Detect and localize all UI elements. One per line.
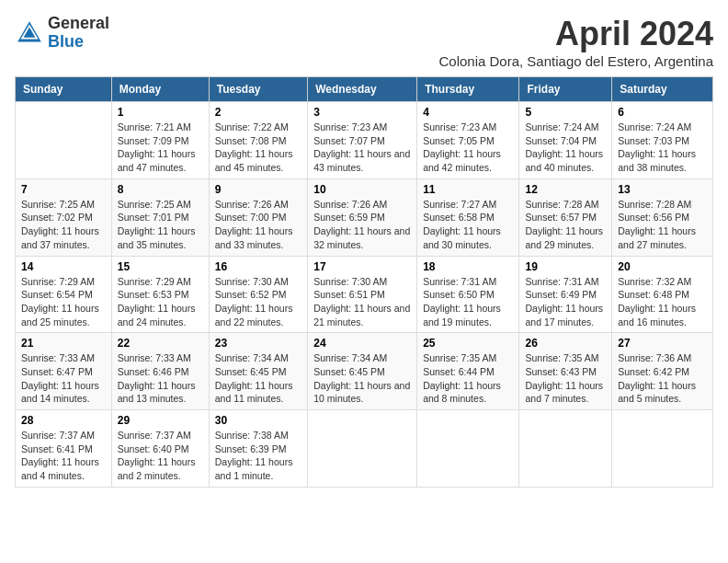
day-number: 19 — [525, 260, 606, 273]
day-number: 7 — [21, 183, 106, 196]
header-cell-sunday: Sunday — [16, 77, 112, 102]
day-info: Sunrise: 7:32 AMSunset: 6:48 PMDaylight:… — [618, 275, 707, 329]
header-cell-monday: Monday — [111, 77, 209, 102]
day-number: 3 — [313, 106, 411, 119]
day-info: Sunrise: 7:21 AMSunset: 7:09 PMDaylight:… — [118, 121, 203, 175]
day-number: 21 — [21, 337, 106, 350]
day-number: 1 — [118, 106, 203, 119]
week-row-3: 14Sunrise: 7:29 AMSunset: 6:54 PMDayligh… — [16, 256, 713, 333]
day-info: Sunrise: 7:33 AMSunset: 6:47 PMDaylight:… — [21, 351, 106, 406]
day-number: 4 — [423, 106, 513, 119]
day-info: Sunrise: 7:25 AMSunset: 7:02 PMDaylight:… — [21, 198, 106, 252]
day-info: Sunrise: 7:35 AMSunset: 6:43 PMDaylight:… — [525, 351, 606, 406]
day-cell: 6Sunrise: 7:24 AMSunset: 7:03 PMDaylight… — [612, 102, 713, 179]
day-cell: 29Sunrise: 7:37 AMSunset: 6:40 PMDayligh… — [111, 410, 209, 488]
day-info: Sunrise: 7:24 AMSunset: 7:03 PMDaylight:… — [618, 121, 707, 175]
day-info: Sunrise: 7:38 AMSunset: 6:39 PMDaylight:… — [215, 429, 301, 483]
day-info: Sunrise: 7:30 AMSunset: 6:51 PMDaylight:… — [313, 275, 411, 329]
day-info: Sunrise: 7:24 AMSunset: 7:04 PMDaylight:… — [525, 121, 606, 175]
day-number: 2 — [215, 106, 301, 119]
day-cell — [16, 102, 112, 179]
day-cell: 16Sunrise: 7:30 AMSunset: 6:52 PMDayligh… — [209, 256, 307, 333]
week-row-5: 28Sunrise: 7:37 AMSunset: 6:41 PMDayligh… — [16, 410, 713, 488]
day-number: 29 — [118, 414, 203, 427]
day-number: 11 — [423, 183, 513, 196]
day-info: Sunrise: 7:36 AMSunset: 6:42 PMDaylight:… — [618, 351, 707, 406]
day-cell: 4Sunrise: 7:23 AMSunset: 7:05 PMDaylight… — [417, 102, 519, 179]
day-info: Sunrise: 7:37 AMSunset: 6:41 PMDaylight:… — [21, 429, 106, 483]
week-row-1: 1Sunrise: 7:21 AMSunset: 7:09 PMDaylight… — [16, 102, 713, 179]
logo-general-text: General — [48, 15, 109, 33]
day-number: 18 — [423, 260, 513, 273]
day-number: 10 — [313, 183, 411, 196]
day-cell: 28Sunrise: 7:37 AMSunset: 6:41 PMDayligh… — [16, 410, 112, 488]
page-header: General Blue April 2024 Colonia Dora, Sa… — [15, 15, 713, 69]
day-number: 30 — [215, 414, 301, 427]
logo-icon — [15, 18, 44, 48]
day-info: Sunrise: 7:23 AMSunset: 7:05 PMDaylight:… — [423, 121, 513, 175]
day-cell: 14Sunrise: 7:29 AMSunset: 6:54 PMDayligh… — [16, 256, 112, 333]
day-cell: 22Sunrise: 7:33 AMSunset: 6:46 PMDayligh… — [111, 333, 209, 410]
day-number: 16 — [215, 260, 301, 273]
day-cell: 21Sunrise: 7:33 AMSunset: 6:47 PMDayligh… — [16, 333, 112, 410]
header-cell-wednesday: Wednesday — [308, 77, 417, 102]
day-info: Sunrise: 7:25 AMSunset: 7:01 PMDaylight:… — [118, 198, 203, 252]
day-cell: 24Sunrise: 7:34 AMSunset: 6:45 PMDayligh… — [308, 333, 417, 410]
header-cell-saturday: Saturday — [612, 77, 713, 102]
day-info: Sunrise: 7:37 AMSunset: 6:40 PMDaylight:… — [118, 429, 203, 483]
day-cell: 26Sunrise: 7:35 AMSunset: 6:43 PMDayligh… — [519, 333, 612, 410]
day-info: Sunrise: 7:29 AMSunset: 6:53 PMDaylight:… — [118, 275, 203, 329]
day-info: Sunrise: 7:30 AMSunset: 6:52 PMDaylight:… — [215, 275, 301, 329]
day-number: 8 — [118, 183, 203, 196]
day-info: Sunrise: 7:28 AMSunset: 6:56 PMDaylight:… — [618, 198, 707, 252]
day-number: 23 — [215, 337, 301, 350]
calendar-body: 1Sunrise: 7:21 AMSunset: 7:09 PMDaylight… — [16, 102, 713, 488]
day-cell: 25Sunrise: 7:35 AMSunset: 6:44 PMDayligh… — [417, 333, 519, 410]
day-cell: 17Sunrise: 7:30 AMSunset: 6:51 PMDayligh… — [308, 256, 417, 333]
day-info: Sunrise: 7:34 AMSunset: 6:45 PMDaylight:… — [215, 351, 301, 406]
day-info: Sunrise: 7:34 AMSunset: 6:45 PMDaylight:… — [313, 351, 411, 406]
month-title: April 2024 — [438, 15, 713, 53]
day-number: 27 — [618, 337, 707, 350]
day-info: Sunrise: 7:35 AMSunset: 6:44 PMDaylight:… — [423, 351, 513, 406]
day-info: Sunrise: 7:29 AMSunset: 6:54 PMDaylight:… — [21, 275, 106, 329]
day-number: 25 — [423, 337, 513, 350]
day-info: Sunrise: 7:28 AMSunset: 6:57 PMDaylight:… — [525, 198, 606, 252]
day-number: 28 — [21, 414, 106, 427]
day-cell: 23Sunrise: 7:34 AMSunset: 6:45 PMDayligh… — [209, 333, 307, 410]
calendar-table: SundayMondayTuesdayWednesdayThursdayFrid… — [15, 76, 713, 488]
day-cell — [519, 410, 612, 488]
header-cell-thursday: Thursday — [417, 77, 519, 102]
day-info: Sunrise: 7:31 AMSunset: 6:50 PMDaylight:… — [423, 275, 513, 329]
day-number: 5 — [525, 106, 606, 119]
day-info: Sunrise: 7:33 AMSunset: 6:46 PMDaylight:… — [118, 351, 203, 406]
header-cell-friday: Friday — [519, 77, 612, 102]
day-number: 17 — [313, 260, 411, 273]
day-number: 20 — [618, 260, 707, 273]
day-number: 9 — [215, 183, 301, 196]
day-number: 24 — [313, 337, 411, 350]
day-cell: 11Sunrise: 7:27 AMSunset: 6:58 PMDayligh… — [417, 178, 519, 256]
day-cell — [308, 410, 417, 488]
header-cell-tuesday: Tuesday — [209, 77, 307, 102]
day-cell: 13Sunrise: 7:28 AMSunset: 6:56 PMDayligh… — [612, 178, 713, 256]
logo: General Blue — [15, 15, 109, 52]
logo-blue-text: Blue — [48, 33, 109, 52]
day-number: 22 — [118, 337, 203, 350]
header-row: SundayMondayTuesdayWednesdayThursdayFrid… — [16, 77, 713, 102]
day-cell: 2Sunrise: 7:22 AMSunset: 7:08 PMDaylight… — [209, 102, 307, 179]
day-cell: 3Sunrise: 7:23 AMSunset: 7:07 PMDaylight… — [308, 102, 417, 179]
day-cell: 12Sunrise: 7:28 AMSunset: 6:57 PMDayligh… — [519, 178, 612, 256]
day-cell: 9Sunrise: 7:26 AMSunset: 7:00 PMDaylight… — [209, 178, 307, 256]
location-subtitle: Colonia Dora, Santiago del Estero, Argen… — [438, 53, 713, 69]
title-block: April 2024 Colonia Dora, Santiago del Es… — [438, 15, 713, 69]
day-cell: 30Sunrise: 7:38 AMSunset: 6:39 PMDayligh… — [209, 410, 307, 488]
day-cell: 18Sunrise: 7:31 AMSunset: 6:50 PMDayligh… — [417, 256, 519, 333]
day-cell: 5Sunrise: 7:24 AMSunset: 7:04 PMDaylight… — [519, 102, 612, 179]
day-cell: 7Sunrise: 7:25 AMSunset: 7:02 PMDaylight… — [16, 178, 112, 256]
week-row-2: 7Sunrise: 7:25 AMSunset: 7:02 PMDaylight… — [16, 178, 713, 256]
day-info: Sunrise: 7:26 AMSunset: 6:59 PMDaylight:… — [313, 198, 411, 252]
day-cell: 19Sunrise: 7:31 AMSunset: 6:49 PMDayligh… — [519, 256, 612, 333]
logo-text: General Blue — [48, 15, 109, 52]
day-cell: 15Sunrise: 7:29 AMSunset: 6:53 PMDayligh… — [111, 256, 209, 333]
